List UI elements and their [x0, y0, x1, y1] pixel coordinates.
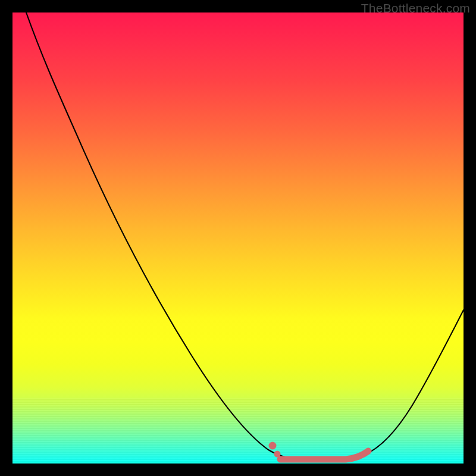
plot-area	[12, 12, 464, 464]
bottleneck-curve	[26, 12, 464, 460]
svg-point-1	[274, 451, 281, 458]
bottleneck-curve-svg	[12, 12, 464, 464]
chart-frame: TheBottleneck.com	[0, 0, 476, 476]
svg-point-0	[269, 442, 277, 450]
sweet-spot-highlight	[269, 442, 369, 460]
